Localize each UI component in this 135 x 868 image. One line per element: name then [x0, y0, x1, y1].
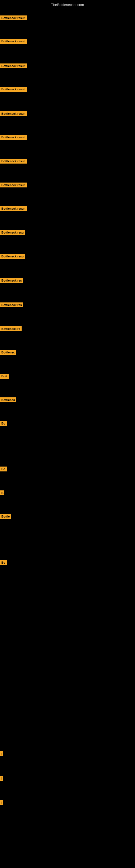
bottleneck-result-badge[interactable]: Bottleneck result	[0, 39, 27, 44]
bottleneck-result-badge[interactable]: Bottlenec	[0, 350, 16, 355]
bottleneck-result-badge[interactable]: Bottleneck result	[0, 16, 27, 20]
bottleneck-badge-container: Bottleneck res	[0, 303, 23, 308]
bottleneck-badge-container: Bottleneck result	[0, 87, 27, 93]
bottleneck-result-badge[interactable]: Bottleneck result	[0, 63, 27, 68]
bottleneck-badge-container: Bottlenec	[0, 397, 16, 403]
bottleneck-badge-container: Bottleneck result	[0, 135, 27, 141]
bottleneck-badge-container: Bottleneck result	[0, 159, 27, 165]
bottleneck-result-badge[interactable]: Bottle	[0, 514, 11, 519]
bottleneck-result-badge[interactable]: Bottleneck result	[0, 206, 27, 211]
bottleneck-result-badge[interactable]: Bo	[0, 421, 7, 426]
bottleneck-badge-container: Bottleneck re	[0, 326, 21, 332]
bottleneck-badge-container: |	[0, 751, 3, 757]
bottleneck-badge-container: Bottleneck result	[0, 39, 27, 45]
bottleneck-badge-container: Bottleneck res	[0, 278, 23, 284]
bottleneck-badge-container: Bottleneck result	[0, 63, 27, 69]
bottleneck-result-badge[interactable]: Bottleneck result	[0, 87, 27, 92]
bottleneck-result-badge[interactable]: Bottleneck result	[0, 183, 27, 187]
bottleneck-badge-container: Bottlenec	[0, 350, 16, 356]
bottleneck-badge-container: Bottleneck resu	[0, 230, 25, 236]
bottleneck-result-badge[interactable]: Bo	[0, 560, 7, 565]
bottleneck-badge-container: B	[0, 490, 4, 496]
bottleneck-result-badge[interactable]: Bo	[0, 467, 7, 471]
bottleneck-result-badge[interactable]: Bott	[0, 374, 9, 379]
bottleneck-result-badge[interactable]: Bottlenec	[0, 397, 16, 402]
bottleneck-badge-container: |	[0, 776, 3, 782]
bottleneck-result-badge[interactable]: Bottleneck result	[0, 111, 27, 116]
bottleneck-badge-container: Bo	[0, 560, 7, 566]
bottleneck-result-badge[interactable]: Bottleneck res	[0, 303, 23, 307]
bottleneck-badge-container: Bottleneck result	[0, 183, 27, 188]
site-title: TheBottlenecker.com	[0, 2, 135, 8]
bottleneck-badge-container: Bottle	[0, 514, 11, 520]
bottleneck-result-badge[interactable]: |	[0, 751, 3, 756]
bottleneck-badge-container: Bottleneck result	[0, 206, 27, 212]
bottleneck-result-badge[interactable]: Bottleneck result	[0, 159, 27, 163]
bottleneck-result-badge[interactable]: Bottleneck res	[0, 278, 23, 283]
bottleneck-badge-container: Bo	[0, 467, 7, 472]
bottleneck-result-badge[interactable]: Bottleneck re	[0, 326, 21, 331]
bottleneck-badge-container: Bott	[0, 374, 9, 380]
bottleneck-result-badge[interactable]: B	[0, 490, 4, 495]
bottleneck-badge-container: Bottleneck result	[0, 111, 27, 117]
bottleneck-badge-container: Bottleneck resu	[0, 254, 25, 260]
bottleneck-badge-container: |	[0, 800, 3, 806]
bottleneck-result-badge[interactable]: Bottleneck resu	[0, 254, 25, 259]
bottleneck-result-badge[interactable]: |	[0, 800, 3, 805]
bottleneck-result-badge[interactable]: Bottleneck result	[0, 135, 27, 140]
bottleneck-badge-container: Bo	[0, 421, 7, 427]
bottleneck-result-badge[interactable]: Bottleneck resu	[0, 230, 25, 235]
bottleneck-result-badge[interactable]: |	[0, 776, 3, 781]
bottleneck-badge-container: Bottleneck result	[0, 16, 27, 22]
